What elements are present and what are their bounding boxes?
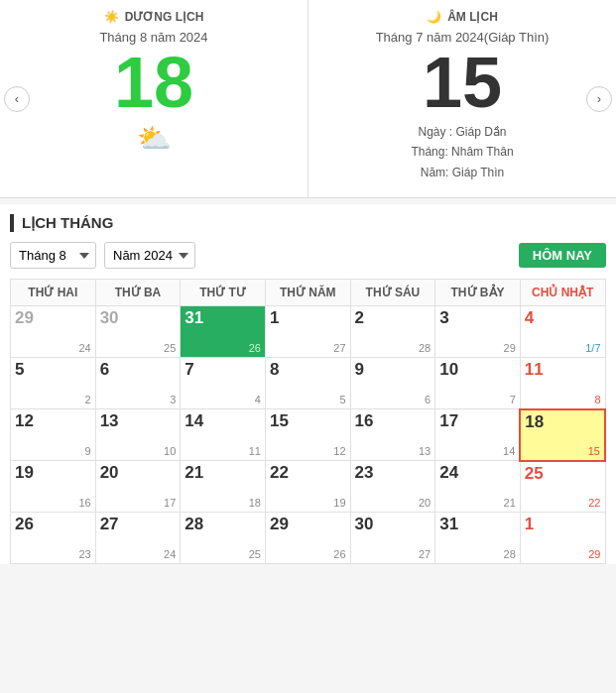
- calendar-cell[interactable]: 2825: [181, 513, 266, 564]
- lunar-date: 2: [85, 394, 91, 405]
- weekday-header-row: THỨ HAITHỨ BATHỨ TƯTHỨ NĂMTHỨ SÁUTHỨ BẢY…: [11, 280, 606, 306]
- today-button[interactable]: HÔM NAY: [519, 243, 606, 268]
- lunar-date: 21: [504, 497, 516, 509]
- calendar-row-3: 1916201721182219232024212522: [11, 461, 606, 513]
- lunar-date: 5: [339, 394, 345, 405]
- solar-date: 11: [525, 360, 601, 380]
- solar-date: 21: [185, 463, 261, 483]
- calendar-cell[interactable]: 129: [520, 513, 605, 564]
- calendar-cell[interactable]: 107: [435, 358, 521, 409]
- month-select[interactable]: Tháng 1Tháng 2Tháng 3Tháng 4Tháng 5Tháng…: [10, 242, 96, 269]
- solar-date: 30: [100, 308, 177, 328]
- lunar-date: 24: [164, 548, 176, 560]
- lunar-date: 18: [249, 497, 261, 509]
- calendar-cell[interactable]: 3025: [95, 306, 181, 358]
- calendar-cell[interactable]: 85: [265, 358, 350, 409]
- solar-date: 27: [100, 515, 177, 534]
- lunar-date: 22: [588, 497, 600, 509]
- solar-header: ☀️ DƯƠNG LỊCH: [15, 10, 293, 24]
- solar-date: 1: [525, 515, 601, 534]
- solar-date: 12: [15, 411, 91, 431]
- calendar-cell[interactable]: 329: [435, 306, 521, 358]
- solar-label: DƯƠNG LỊCH: [125, 10, 204, 24]
- lunar-date: 19: [333, 497, 345, 509]
- lunar-date: 1/7: [585, 342, 600, 354]
- solar-date: 22: [270, 463, 346, 483]
- calendar-cell[interactable]: 1916: [11, 461, 96, 513]
- calendar-cell[interactable]: 2320: [350, 461, 435, 513]
- lunar-date: 25: [249, 548, 261, 560]
- lunar-date: 14: [503, 445, 515, 457]
- calendar-section: LỊCH THÁNG Tháng 1Tháng 2Tháng 3Tháng 4T…: [0, 204, 616, 564]
- calendar-cell[interactable]: 74: [181, 358, 266, 409]
- lunar-panel: › 🌙 ÂM LỊCH Tháng 7 năm 2024(Giáp Thìn) …: [308, 0, 616, 197]
- calendar-cell[interactable]: 63: [95, 358, 181, 409]
- lunar-date: 26: [333, 548, 345, 560]
- calendar-cell[interactable]: 1411: [181, 409, 266, 461]
- lunar-date: 9: [85, 445, 91, 457]
- lunar-big-date: 15: [323, 47, 601, 118]
- lunar-date: 15: [588, 445, 600, 457]
- calendar-cell[interactable]: 2522: [520, 461, 605, 513]
- solar-date: 2: [355, 308, 431, 328]
- calendar-cell[interactable]: 118: [520, 358, 605, 409]
- lunar-date: 6: [425, 394, 431, 405]
- calendar-cell[interactable]: 96: [350, 358, 435, 409]
- calendar-cell[interactable]: 1714: [435, 409, 521, 461]
- calendar-cell[interactable]: 129: [11, 409, 96, 461]
- calendar-row-4: 262327242825292630273128129: [11, 513, 606, 564]
- calendar-cell[interactable]: 2926: [265, 513, 350, 564]
- solar-date: 29: [270, 515, 346, 534]
- year-select[interactable]: Năm 2024: [104, 242, 195, 269]
- calendar-cell[interactable]: 2017: [95, 461, 181, 513]
- lunar-month: Tháng: Nhâm Thân: [411, 145, 513, 159]
- next-arrow[interactable]: ›: [586, 86, 612, 112]
- calendar-row-2: 129131014111512161317141815: [11, 409, 606, 461]
- lunar-date: 29: [504, 342, 516, 354]
- calendar-cell[interactable]: 3027: [350, 513, 435, 564]
- solar-date: 18: [525, 412, 600, 432]
- solar-date: 19: [15, 463, 91, 483]
- prev-arrow[interactable]: ‹: [4, 86, 30, 112]
- weekday-chủ-nhật: CHỦ NHẬT: [520, 280, 605, 306]
- calendar-cell[interactable]: 2623: [11, 513, 96, 564]
- lunar-date: 29: [588, 548, 600, 560]
- lunar-date: 27: [419, 548, 431, 560]
- lunar-date: 4: [255, 394, 261, 405]
- lunar-info: Ngày : Giáp Dần Tháng: Nhâm Thân Năm: Gi…: [323, 122, 601, 182]
- calendar-cell[interactable]: 2724: [95, 513, 181, 564]
- calendar-cell[interactable]: 1815: [520, 409, 605, 461]
- calendar-cell[interactable]: 2421: [435, 461, 521, 513]
- solar-date: 3: [439, 308, 516, 328]
- lunar-date: 24: [78, 342, 90, 354]
- solar-date: 28: [185, 515, 261, 534]
- calendar-cell[interactable]: 2118: [181, 461, 266, 513]
- weekday-thứ-tư: THỨ TƯ: [181, 280, 266, 306]
- solar-date: 20: [100, 463, 177, 483]
- lunar-date: 7: [510, 394, 516, 405]
- lunar-date: 3: [170, 394, 176, 405]
- calendar-cell[interactable]: 1310: [95, 409, 181, 461]
- calendar-cell[interactable]: 228: [350, 306, 435, 358]
- calendar-cell[interactable]: 2219: [265, 461, 350, 513]
- calendar-cell[interactable]: 127: [265, 306, 350, 358]
- lunar-date: 25: [164, 342, 176, 354]
- solar-date: 7: [185, 360, 261, 380]
- calendar-cell[interactable]: 1613: [350, 409, 435, 461]
- lunar-date: 13: [419, 445, 431, 457]
- calendar-cell[interactable]: 52: [11, 358, 96, 409]
- solar-date: 4: [525, 308, 601, 328]
- solar-date: 9: [355, 360, 431, 380]
- lunar-date: 11: [249, 445, 261, 457]
- calendar-grid: THỨ HAITHỨ BATHỨ TƯTHỨ NĂMTHỨ SÁUTHỨ BẢY…: [10, 279, 606, 564]
- calendar-cell[interactable]: 3126: [181, 306, 266, 358]
- calendar-cell[interactable]: 41/7: [520, 306, 605, 358]
- calendar-cell[interactable]: 1512: [265, 409, 350, 461]
- lunar-date: 20: [419, 497, 431, 509]
- calendar-cell[interactable]: 2924: [11, 306, 96, 358]
- solar-date: 25: [525, 464, 601, 484]
- lunar-label: ÂM LỊCH: [447, 10, 498, 24]
- solar-date: 13: [100, 411, 177, 431]
- calendar-cell[interactable]: 3128: [435, 513, 521, 564]
- weekday-thứ-bảy: THỨ BẢY: [435, 280, 521, 306]
